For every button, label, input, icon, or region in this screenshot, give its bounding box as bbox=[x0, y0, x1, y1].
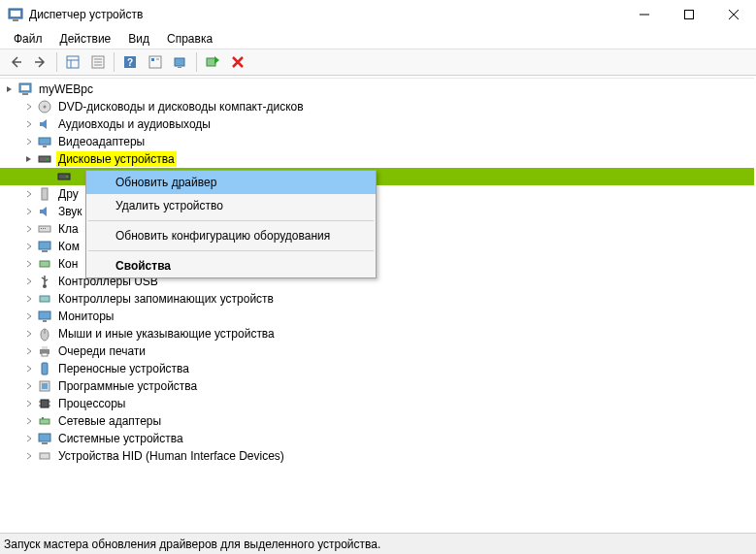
ctx-label: Свойства bbox=[115, 259, 171, 273]
svg-rect-40 bbox=[40, 261, 49, 267]
svg-rect-21 bbox=[207, 58, 215, 66]
expand-icon[interactable] bbox=[23, 188, 35, 200]
expand-icon[interactable] bbox=[23, 276, 35, 287]
svg-point-41 bbox=[43, 284, 47, 288]
ctx-properties[interactable]: Свойства bbox=[86, 254, 376, 277]
computer-icon bbox=[17, 81, 33, 97]
tree-label: Кон bbox=[56, 256, 80, 272]
help-toolbar-button[interactable]: ? bbox=[118, 50, 142, 74]
tree-item-disk-drives[interactable]: Дисковые устройства bbox=[0, 150, 754, 168]
tree-item[interactable]: Очереди печати bbox=[0, 342, 754, 360]
expand-icon[interactable] bbox=[23, 433, 35, 444]
enable-button[interactable] bbox=[201, 50, 224, 74]
usb-icon bbox=[37, 274, 52, 289]
expand-icon[interactable] bbox=[23, 450, 35, 462]
expand-icon[interactable] bbox=[23, 241, 35, 252]
dvd-icon bbox=[37, 99, 52, 114]
minimize-button[interactable] bbox=[622, 0, 667, 28]
expand-icon[interactable] bbox=[23, 293, 35, 305]
back-button[interactable] bbox=[4, 50, 27, 74]
cpu-icon bbox=[37, 396, 52, 411]
details-button[interactable] bbox=[144, 50, 167, 74]
expand-icon[interactable] bbox=[23, 398, 35, 409]
keyboard-icon bbox=[37, 221, 52, 237]
svg-rect-43 bbox=[40, 296, 49, 302]
tree-item[interactable]: Мыши и иные указывающие устройства bbox=[0, 325, 754, 342]
expand-icon[interactable] bbox=[23, 310, 35, 322]
expand-icon[interactable] bbox=[23, 136, 35, 147]
menu-help[interactable]: Справка bbox=[159, 30, 220, 48]
tree-item[interactable]: Контроллеры запоминающих устройств bbox=[0, 290, 754, 308]
forward-button[interactable] bbox=[29, 50, 52, 74]
statusbar: Запуск мастера обновления драйверов для … bbox=[0, 533, 756, 554]
tree-item[interactable]: Мониторы bbox=[0, 308, 754, 325]
svg-rect-35 bbox=[41, 228, 42, 229]
ctx-update-driver[interactable]: Обновить драйвер bbox=[86, 171, 376, 194]
tree-label: Мониторы bbox=[56, 309, 115, 324]
tree-item[interactable]: Системные устройства bbox=[0, 430, 754, 447]
show-hide-button[interactable] bbox=[61, 50, 84, 74]
ctx-uninstall[interactable]: Удалить устройство bbox=[86, 194, 376, 217]
expand-icon[interactable] bbox=[23, 415, 35, 427]
close-button[interactable] bbox=[711, 0, 756, 28]
tree-label: Процессоры bbox=[56, 396, 128, 411]
tree-label: DVD-дисководы и дисководы компакт-дисков bbox=[56, 99, 306, 114]
tree-label: Программные устройства bbox=[56, 378, 199, 394]
expand-icon[interactable] bbox=[23, 101, 35, 113]
tree-label: Дисковые устройства bbox=[56, 151, 177, 167]
controller-icon bbox=[37, 256, 52, 272]
ctx-separator bbox=[88, 220, 374, 221]
menu-file[interactable]: Файл bbox=[6, 30, 50, 48]
context-menu: Обновить драйвер Удалить устройство Обно… bbox=[85, 170, 377, 278]
svg-rect-17 bbox=[151, 58, 154, 61]
display-adapter-icon bbox=[37, 134, 52, 149]
tree-item[interactable]: Процессоры bbox=[0, 395, 754, 412]
system-icon bbox=[37, 431, 52, 446]
toolbar-separator bbox=[114, 52, 115, 72]
tree-item[interactable]: Сетевые адаптеры bbox=[0, 412, 754, 430]
svg-rect-53 bbox=[42, 383, 48, 389]
tree-label: Звук bbox=[56, 204, 84, 219]
expand-icon[interactable] bbox=[23, 206, 35, 217]
expand-icon[interactable] bbox=[23, 380, 35, 392]
sound-icon bbox=[37, 204, 52, 219]
tree-item[interactable]: Устройства HID (Human Interface Devices) bbox=[0, 447, 754, 465]
titlebar: Диспетчер устройств bbox=[0, 0, 756, 29]
collapse-icon[interactable] bbox=[23, 153, 35, 165]
expand-icon[interactable] bbox=[23, 363, 35, 375]
audio-icon bbox=[37, 116, 52, 132]
status-text: Запуск мастера обновления драйверов для … bbox=[4, 538, 380, 551]
disk-icon bbox=[37, 151, 52, 167]
svg-rect-16 bbox=[149, 56, 161, 68]
menu-view[interactable]: Вид bbox=[120, 30, 157, 48]
svg-rect-54 bbox=[41, 400, 49, 407]
expand-icon[interactable] bbox=[23, 118, 35, 130]
tree-item[interactable]: Переносные устройства bbox=[0, 360, 754, 377]
scan-hardware-button[interactable] bbox=[169, 50, 192, 74]
expand-icon[interactable] bbox=[23, 328, 35, 340]
tree-root[interactable]: myWEBpc bbox=[0, 81, 754, 98]
svg-rect-2 bbox=[13, 19, 18, 21]
tree-item[interactable]: Программные устройства bbox=[0, 377, 754, 395]
maximize-button[interactable] bbox=[667, 0, 711, 28]
other-icon bbox=[37, 186, 52, 202]
svg-rect-39 bbox=[42, 250, 48, 252]
device-tree[interactable]: myWEBpc DVD-дисководы и дисководы компак… bbox=[0, 78, 754, 533]
tree-item[interactable]: Видеоадаптеры bbox=[0, 133, 754, 150]
collapse-icon[interactable] bbox=[4, 83, 16, 95]
expand-icon[interactable] bbox=[23, 345, 35, 357]
ctx-scan-hardware[interactable]: Обновить конфигурацию оборудования bbox=[86, 224, 376, 247]
expand-icon[interactable] bbox=[23, 223, 35, 235]
expand-icon[interactable] bbox=[23, 258, 35, 270]
tree-label: Ком bbox=[56, 239, 82, 254]
svg-rect-60 bbox=[42, 417, 44, 419]
tree-label: Устройства HID (Human Interface Devices) bbox=[56, 448, 286, 464]
svg-rect-59 bbox=[40, 419, 49, 424]
properties-toolbar-button[interactable] bbox=[86, 50, 110, 74]
tree-label: Системные устройства bbox=[56, 431, 185, 446]
uninstall-toolbar-button[interactable] bbox=[226, 50, 249, 74]
menu-action[interactable]: Действие bbox=[52, 30, 119, 48]
tree-item[interactable]: DVD-дисководы и дисководы компакт-дисков bbox=[0, 98, 754, 115]
ctx-label: Обновить драйвер bbox=[115, 176, 216, 189]
tree-item[interactable]: Аудиовходы и аудиовыходы bbox=[0, 115, 754, 133]
